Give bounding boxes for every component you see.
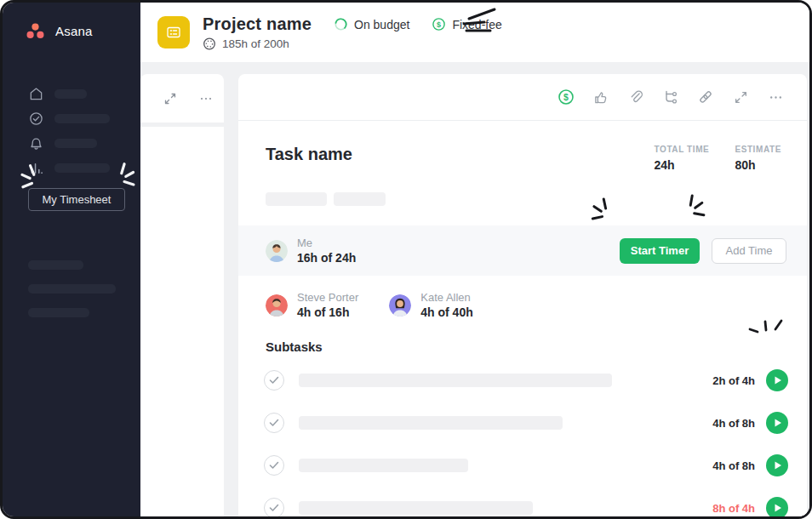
app-window: Asana My Timesheet [0,0,812,519]
sidebar-placeholder [28,284,116,294]
subtask-placeholder [299,501,533,515]
attachment-icon [628,89,644,106]
avatar-kate [389,294,411,317]
subtasks-heading: Subtasks [266,339,807,354]
sidebar-placeholder [28,260,83,270]
project-hours: 185h of 200h [222,37,289,50]
avatar-me [266,240,288,262]
thumbs-up-icon [593,89,609,106]
link-icon [697,88,714,106]
estimate-label: ESTIMATE [735,145,781,154]
estimate-value: 80h [735,158,781,172]
asana-logo-icon [26,23,44,39]
timer-icon [203,37,216,50]
nav-placeholder [54,139,97,148]
task-detail-panel: $ [238,74,807,516]
field-placeholder [266,192,327,206]
bar-chart-icon [29,161,43,175]
project-title-block: Project name On budget $ Fixed-fee [203,14,502,50]
subtask-time: 8h of 4h [712,502,755,515]
svg-text:$: $ [563,92,569,102]
check-circle-icon[interactable] [264,370,284,391]
subtask-row: 8h of 4h [238,487,807,519]
member-time: 4h of 16h [297,305,358,319]
fixed-fee-badge[interactable]: $ Fixed-fee [432,17,501,31]
subtasks-button[interactable] [661,88,680,106]
nav-placeholder [54,89,87,99]
more-icon [769,90,783,105]
my-time-row: Me 16h of 24h Start Timer Add Time [238,225,807,276]
task-more-button[interactable] [766,88,785,106]
play-timer-button[interactable] [766,412,788,434]
more-icon [199,92,213,106]
copy-link-button[interactable] [696,88,715,106]
task-list-panel-header [140,74,224,123]
sidebar-item-inbox[interactable] [3,131,140,156]
check-circle-icon [29,111,43,126]
sidebar-item-home[interactable] [3,82,140,106]
subtask-row: 2h of 4h [238,359,807,402]
play-timer-button[interactable] [766,369,788,391]
sidebar: Asana My Timesheet [3,3,140,516]
subtask-placeholder [299,416,563,430]
avatar-steve [266,294,288,317]
track-time-button[interactable]: $ [557,88,575,106]
members-row: Steve Porter 4h of 16h Kate Allen 4h of … [266,291,807,319]
project-title: Project name [203,14,312,34]
on-budget-badge[interactable]: On budget [334,17,409,31]
field-placeholder [334,192,386,206]
member-kate: Kate Allen 4h of 40h [389,291,472,319]
expand-icon [734,90,748,105]
nav-placeholder [54,163,110,173]
like-button[interactable] [592,88,610,106]
project-hours-row: 185h of 200h [203,37,502,50]
check-circle-icon[interactable] [264,413,284,433]
subtask-time: 2h of 4h [712,374,755,387]
app-name: Asana [55,24,93,38]
panel-more-button[interactable] [197,89,215,108]
subtask-placeholder [299,374,612,387]
total-time-label: TOTAL TIME [654,145,709,154]
play-timer-button[interactable] [766,454,788,476]
attach-button[interactable] [626,88,645,106]
project-header: Project name On budget $ Fixed-fee [140,3,809,62]
add-time-button[interactable]: Add Time [712,238,786,264]
svg-text:$: $ [437,20,441,29]
me-time: 16h of 24h [297,251,356,265]
on-budget-label: On budget [354,18,409,31]
sidebar-item-tasks[interactable] [3,106,140,131]
expand-panel-button[interactable] [161,89,180,108]
budget-ring-icon [334,17,348,31]
subtask-row: 4h of 8h [238,444,807,487]
home-icon [29,87,43,101]
expand-task-button[interactable] [731,88,750,106]
sidebar-bottom-placeholders [28,260,116,317]
check-circle-icon[interactable] [264,498,284,518]
total-time-value: 24h [654,158,709,172]
check-circle-icon[interactable] [264,455,284,476]
fixed-fee-label: Fixed-fee [452,18,501,31]
resize-diagonal-icon [163,92,177,106]
dollar-icon: $ [558,88,575,106]
project-icon[interactable] [157,16,190,48]
sidebar-nav [3,82,140,180]
task-time-summary: TOTAL TIME 24h ESTIMATE 80h [654,145,781,172]
member-name: Steve Porter [297,291,358,304]
task-toolbar: $ [238,74,807,121]
my-timesheet-button[interactable]: My Timesheet [28,188,125,211]
task-title: Task name [266,145,352,164]
board-list-icon [165,24,182,41]
logo-row: Asana [3,3,140,39]
bell-icon [29,136,43,151]
task-list-panel-body [140,127,224,516]
subtasks-icon [662,89,679,106]
member-time: 4h of 40h [420,305,472,319]
start-timer-button[interactable]: Start Timer [620,238,700,264]
sidebar-placeholder [28,308,89,317]
sidebar-item-reporting[interactable] [3,156,140,180]
subtask-row: 4h of 8h [238,402,807,444]
play-timer-button[interactable] [766,497,788,519]
nav-placeholder [54,114,110,123]
subtask-time: 4h of 8h [712,459,755,472]
dollar-circle-icon: $ [432,17,446,31]
